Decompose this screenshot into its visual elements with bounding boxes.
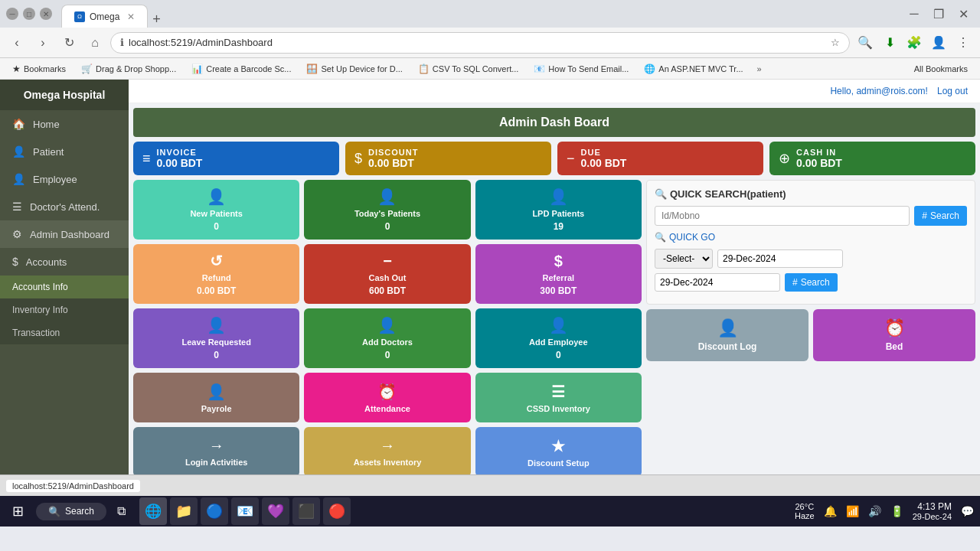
- sidebar-sub-inventory-info[interactable]: Inventory Info: [0, 298, 129, 321]
- bed-card[interactable]: ⏰ Bed: [813, 309, 975, 361]
- patient-search-btn[interactable]: # Search: [914, 206, 967, 226]
- cash-out-btn[interactable]: − Cash Out 600 BDT: [304, 244, 470, 304]
- stat-cashin[interactable]: ⊕ CASH IN 0.00 BDT: [769, 142, 975, 175]
- terminal-taskbar-icon: ⬛: [298, 503, 315, 520]
- hello-user-link[interactable]: Hello, admin@rois.com!: [830, 86, 928, 96]
- discount-value: 0.00 BDT: [368, 157, 418, 169]
- bookmark-label: Create a Barcode Sc...: [206, 64, 291, 73]
- assets-inventory-btn[interactable]: → Assets Inventory: [304, 427, 470, 474]
- taskbar-app-outlook[interactable]: 📧: [231, 497, 259, 525]
- close-btn[interactable]: ✕: [40, 8, 52, 20]
- menu-icon-btn[interactable]: ⋮: [952, 32, 974, 54]
- bookmark-drag-drop[interactable]: 🛒 Drag & Drop Shopp...: [75, 62, 182, 76]
- add-employee-btn[interactable]: 👤 Add Employee 0: [475, 308, 642, 368]
- new-patients-btn[interactable]: 👤 New Patients 0: [133, 180, 299, 240]
- new-patients-label: New Patients: [190, 209, 242, 218]
- download-icon-btn[interactable]: ⬇: [879, 32, 900, 54]
- sidebar-sub-accounts-info[interactable]: Accounts Info: [0, 276, 129, 298]
- bookmark-csv[interactable]: 📋 CSV To SQL Convert...: [412, 62, 525, 76]
- bookmark-device[interactable]: 🪟 Set Up Device for D...: [300, 62, 408, 76]
- taskbar-right: 26°C Haze 🔔 📶 🔊 🔋 4:13 PM 29-Dec-24 💬: [795, 501, 974, 521]
- notification-icon[interactable]: 🔔: [824, 505, 837, 517]
- search-icon-btn[interactable]: 🔍: [854, 32, 876, 54]
- volume-icon[interactable]: 🔊: [868, 505, 881, 517]
- sidebar-item-home[interactable]: 🏠 Home: [0, 110, 129, 138]
- discount-setup-btn[interactable]: ★ Discount Setup: [475, 427, 642, 474]
- taskbar-app-terminal[interactable]: ⬛: [292, 497, 320, 525]
- battery-icon[interactable]: 🔋: [890, 505, 903, 517]
- leave-req-icon: 👤: [207, 316, 226, 334]
- sidebar-item-employee[interactable]: 👤 Employee: [0, 165, 129, 193]
- window-restore-btn[interactable]: ❐: [928, 3, 949, 24]
- lpd-patients-btn[interactable]: 👤 LPD Patients 19: [475, 180, 642, 240]
- bookmark-email[interactable]: 📧 How To Send Email...: [528, 62, 635, 76]
- leave-req-btn[interactable]: 👤 Leave Requested 0: [133, 308, 299, 368]
- stat-invoice[interactable]: ≡ INVOICE 0.00 BDT: [133, 142, 339, 175]
- discount-log-card[interactable]: 👤 Discount Log: [646, 309, 808, 361]
- more-bookmarks-btn[interactable]: »: [753, 63, 766, 75]
- category-select[interactable]: -Select-: [655, 249, 713, 269]
- taskbar-time[interactable]: 4:13 PM 29-Dec-24: [913, 501, 952, 521]
- window-close-btn[interactable]: ✕: [952, 3, 974, 24]
- extensions-icon-btn[interactable]: 🧩: [903, 32, 925, 54]
- date-input-2[interactable]: [655, 273, 780, 292]
- todays-patients-icon: 👤: [377, 187, 397, 206]
- referral-btn[interactable]: $ Referral 300 BDT: [475, 244, 642, 304]
- logout-link[interactable]: Log out: [937, 86, 968, 96]
- notification-bell-icon[interactable]: 💬: [961, 505, 974, 517]
- bookmark-label: Bookmarks: [24, 64, 66, 73]
- taskbar-app-vs[interactable]: 💜: [262, 497, 289, 525]
- login-activities-btn[interactable]: → Login Activities: [133, 427, 299, 474]
- quick-go-link[interactable]: 🔍 QUICK GO: [655, 232, 967, 243]
- stat-due[interactable]: − DUE 0.00 BDT: [557, 142, 763, 175]
- back-btn[interactable]: ‹: [6, 32, 28, 54]
- sidebar-item-doctors[interactable]: ☰ Doctor's Attend.: [0, 193, 129, 220]
- profile-icon-btn[interactable]: 👤: [928, 32, 949, 54]
- forward-btn[interactable]: ›: [32, 32, 54, 54]
- refund-btn[interactable]: ↺ Refund 0.00 BDT: [133, 244, 299, 304]
- add-doctors-btn[interactable]: 👤 Add Doctors 0: [304, 308, 470, 368]
- taskbar-app-browser[interactable]: 🌐: [139, 497, 167, 525]
- cssd-btn[interactable]: ☰ CSSD Inventory: [475, 373, 642, 422]
- bookmark-bookmarks[interactable]: ★ Bookmarks: [6, 62, 72, 76]
- date-input-1[interactable]: [717, 249, 843, 268]
- stat-discount[interactable]: $ DISCOUNT 0.00 BDT: [345, 142, 551, 175]
- search-icon: 🔍: [655, 188, 667, 200]
- taskbar-app-file[interactable]: 📁: [170, 497, 198, 525]
- new-tab-button[interactable]: +: [148, 11, 165, 28]
- minimize-btn[interactable]: ─: [6, 8, 18, 20]
- reload-btn[interactable]: ↻: [58, 32, 80, 54]
- taskbar-search-bar[interactable]: 🔍 Search: [36, 503, 106, 520]
- attendance-btn[interactable]: ⏰ Attendance: [304, 373, 470, 422]
- tab-close-icon[interactable]: ✕: [127, 11, 135, 22]
- payrole-btn[interactable]: 👤 Payrole: [133, 373, 299, 422]
- cashin-icon: ⊕: [779, 150, 790, 167]
- taskbar-view-icon[interactable]: ⧉: [113, 501, 130, 521]
- all-bookmarks-btn[interactable]: All Bookmarks: [908, 63, 974, 75]
- patient-search-input[interactable]: [655, 206, 910, 226]
- date-search-btn[interactable]: # Search: [785, 273, 838, 292]
- add-employee-value: 0: [556, 350, 561, 360]
- home-btn[interactable]: ⌂: [84, 32, 106, 54]
- maximize-btn[interactable]: □: [23, 8, 35, 20]
- bookmark-star-icon[interactable]: ☆: [831, 37, 840, 48]
- wifi-icon[interactable]: 📶: [846, 505, 859, 517]
- sidebar-item-patient[interactable]: 👤 Patient: [0, 138, 129, 165]
- window-minimize-btn[interactable]: ─: [903, 3, 925, 24]
- start-button[interactable]: ⊞: [6, 500, 30, 523]
- sidebar-sub-transaction[interactable]: Transaction: [0, 321, 129, 344]
- taskbar-apps: 🌐 📁 🔵 📧 💜 ⬛ 🔴: [139, 497, 351, 525]
- todays-patients-btn[interactable]: 👤 Today's Patients 0: [304, 180, 470, 240]
- invoice-value: 0.00 BDT: [157, 157, 203, 169]
- bookmark-aspnet[interactable]: 🌐 An ASP.NET MVC Tr...: [638, 62, 749, 76]
- address-bar[interactable]: ℹ localhost:5219/AdminDashboard ☆: [110, 32, 850, 54]
- sidebar-item-admin-dashboard[interactable]: ⚙ Admin Dashboard: [0, 220, 129, 248]
- weather-desc: Haze: [795, 511, 815, 520]
- taskbar-app-edge[interactable]: 🔵: [201, 497, 228, 525]
- assets-inv-label: Assets Inventory: [354, 458, 422, 467]
- taskbar-app-chrome[interactable]: 🔴: [323, 497, 351, 525]
- active-tab[interactable]: Ω Omega ✕: [61, 5, 148, 28]
- attendance-label: Attendance: [364, 404, 410, 413]
- sidebar-item-accounts[interactable]: $ Accounts: [0, 248, 129, 276]
- bookmark-barcode[interactable]: 📊 Create a Barcode Sc...: [185, 62, 297, 76]
